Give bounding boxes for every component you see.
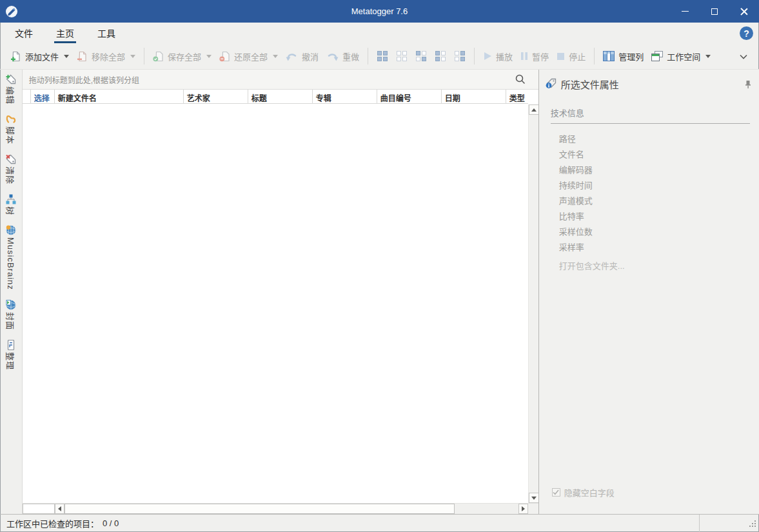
minimize-button[interactable] — [670, 0, 700, 23]
titlebar: Metatogger 7.6 — [0, 0, 759, 23]
toolbar-separator — [368, 48, 368, 64]
arrow-right-icon — [522, 506, 525, 511]
globe-icon — [6, 225, 16, 235]
properties-panel: 所选文件属性 技术信息 路径 文件名 编解码器 持续时间 声道模式 比特率 采样… — [538, 70, 759, 514]
square — [441, 57, 446, 61]
arrow-down-icon — [531, 497, 537, 500]
square — [416, 57, 420, 61]
column-header-new-filename[interactable]: 新建文件名 — [55, 90, 184, 103]
square — [377, 57, 382, 61]
manage-columns-button[interactable]: 管理列 — [599, 47, 647, 66]
grid-header-row: 选择 新建文件名 艺术家 标题 专辑 曲目编号 日期 类型 — [23, 90, 528, 104]
square — [377, 51, 382, 55]
file-grid-area: 拖动列标题到此处,根据该列分组 选择 新建文件名 艺术家 标题 专辑 曲目编号 … — [22, 70, 538, 514]
scrollbar-corner-box — [23, 504, 55, 514]
select-none-button[interactable] — [392, 48, 411, 64]
pin-icon[interactable] — [745, 80, 751, 89]
field-codec: 编解码器 — [559, 163, 751, 175]
sidebar-item-edit[interactable]: 编辑 — [5, 74, 17, 104]
workspace-button[interactable]: 工作空间 — [647, 47, 715, 66]
sidebar-item-organize[interactable]: 整理 — [5, 340, 17, 370]
workspace-windows-icon — [651, 51, 663, 61]
toolbar-separator — [594, 48, 595, 64]
square — [416, 51, 420, 55]
tag-x-icon — [6, 154, 16, 164]
scrollbar-thumb[interactable] — [64, 504, 455, 514]
column-header-date[interactable]: 日期 — [442, 90, 506, 103]
dropdown-caret-icon — [130, 55, 135, 58]
file-list-empty[interactable] — [23, 104, 538, 503]
column-header-track-number[interactable]: 曲目编号 — [377, 90, 442, 103]
horizontal-scrollbar[interactable] — [23, 503, 538, 514]
column-header-album[interactable]: 专辑 — [313, 90, 377, 103]
square — [455, 57, 459, 61]
group-by-bar[interactable]: 拖动列标题到此处,根据该列分组 — [23, 70, 538, 90]
square — [402, 57, 407, 61]
invert-selection-button[interactable] — [411, 48, 431, 64]
tag-info-icon — [546, 77, 557, 91]
tab-home[interactable]: 主页 — [48, 23, 83, 43]
scroll-up-button[interactable] — [529, 104, 539, 115]
open-containing-folder-link[interactable]: 打开包含文件夹... — [559, 259, 751, 271]
square — [460, 57, 465, 61]
search-icon[interactable] — [515, 74, 526, 84]
side-tab-strip: 编辑 脚本 清除 树 MusicBrainz 封面 — [0, 70, 22, 514]
scrollbar-track[interactable] — [64, 504, 518, 514]
redo-button[interactable]: 重做 — [322, 47, 363, 66]
play-button[interactable]: 播放 — [479, 47, 517, 66]
scroll-down-button[interactable] — [529, 493, 539, 503]
tab-file[interactable]: 文件 — [6, 23, 41, 43]
restore-all-button[interactable]: 还原全部 — [215, 47, 282, 66]
uncheck-selected-button[interactable] — [450, 48, 469, 64]
column-header-title[interactable]: 标题 — [248, 90, 313, 103]
status-label: 工作区中已检查的项目： — [6, 517, 99, 529]
arrow-up-icon — [531, 108, 537, 112]
add-file-icon — [10, 51, 21, 62]
collapse-ribbon-button[interactable] — [733, 52, 754, 61]
technical-fields: 路径 文件名 编解码器 持续时间 声道模式 比特率 采样位数 采样率 — [559, 132, 751, 253]
column-header-artist[interactable]: 艺术家 — [184, 90, 248, 103]
tag-plus-icon — [6, 74, 16, 84]
add-files-button[interactable]: 添加文件 — [6, 47, 73, 66]
remove-all-button[interactable]: 移除全部 — [73, 47, 139, 66]
close-button[interactable] — [729, 0, 759, 23]
sidebar-item-tree[interactable]: 树 — [5, 194, 17, 215]
sidebar-item-clear[interactable]: 清除 — [5, 154, 17, 184]
close-icon — [740, 8, 748, 15]
stop-button[interactable]: 停止 — [553, 47, 589, 66]
restore-file-icon — [219, 51, 230, 62]
undo-button[interactable]: 撤消 — [282, 47, 322, 66]
square — [455, 51, 459, 55]
square — [402, 51, 407, 55]
pause-button[interactable]: 暂停 — [517, 47, 553, 66]
sidebar-item-musicbrainz[interactable]: MusicBrainz — [6, 225, 16, 290]
column-header-blank — [23, 90, 31, 103]
tab-tools[interactable]: 工具 — [89, 23, 124, 43]
column-header-type[interactable]: 类型 — [506, 90, 528, 103]
field-filename: 文件名 — [559, 148, 751, 160]
scroll-left-button[interactable] — [55, 504, 64, 514]
maximize-button[interactable] — [700, 0, 729, 23]
field-bitrate: 比特率 — [559, 210, 751, 222]
help-button[interactable]: ? — [740, 26, 753, 40]
minimize-icon — [682, 11, 689, 12]
dropdown-caret-icon — [206, 55, 212, 58]
select-all-button[interactable] — [373, 48, 392, 64]
save-all-button[interactable]: 保存全部 — [149, 47, 215, 66]
scroll-right-button[interactable] — [518, 504, 528, 514]
columns-table-icon — [603, 51, 615, 61]
resize-grip[interactable] — [748, 519, 756, 529]
toolbar-separator — [144, 48, 144, 64]
sidebar-item-cover[interactable]: 封面 — [5, 300, 17, 330]
vertical-scrollbar[interactable] — [528, 104, 538, 503]
play-icon — [483, 52, 492, 61]
square — [383, 57, 388, 61]
help-icon: ? — [744, 28, 749, 39]
check-selected-button[interactable] — [431, 48, 450, 64]
square — [435, 57, 440, 61]
dropdown-caret-icon — [705, 55, 711, 58]
column-header-select[interactable]: 选择 — [31, 90, 55, 103]
hide-empty-fields-checkbox[interactable]: 隐藏空白字段 — [552, 486, 615, 498]
sidebar-item-script[interactable]: 脚本 — [5, 114, 17, 144]
tree-icon — [6, 194, 16, 204]
